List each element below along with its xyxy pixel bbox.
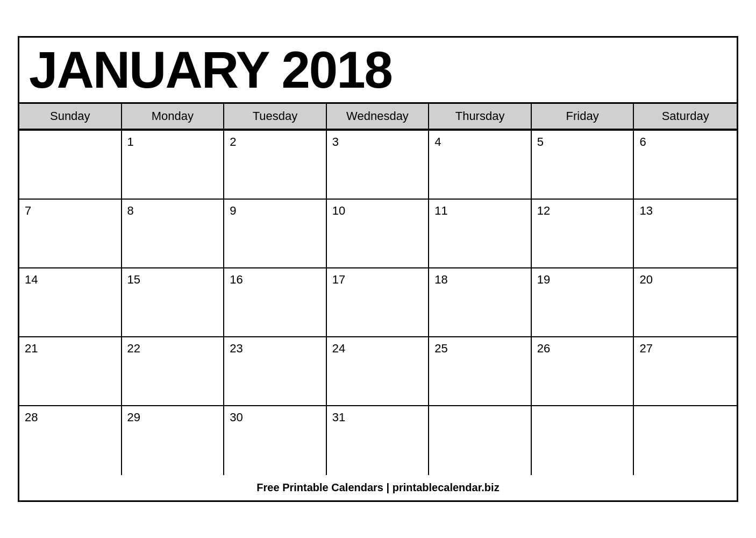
day-number: 1: [127, 135, 218, 149]
day-number: 10: [332, 204, 423, 218]
day-number: 20: [639, 273, 731, 287]
day-cell: 13: [634, 200, 737, 268]
day-number: 24: [332, 342, 423, 356]
day-cell: 9: [224, 200, 327, 268]
day-cell: [19, 131, 122, 200]
day-cell: 18: [429, 268, 532, 337]
day-number: 26: [537, 342, 628, 356]
day-cell: 23: [224, 337, 327, 406]
day-number: 9: [230, 204, 320, 218]
day-cell: 24: [327, 337, 430, 406]
day-number: 31: [332, 410, 423, 424]
day-cell: 8: [122, 200, 225, 268]
day-cell: 29: [122, 406, 225, 475]
day-number: 15: [127, 273, 218, 287]
day-cell: 5: [532, 131, 634, 200]
day-number: 30: [230, 410, 320, 424]
day-cell: 26: [532, 337, 634, 406]
day-cell: 1: [122, 131, 225, 200]
day-cell: 31: [327, 406, 430, 475]
day-cell: 21: [19, 337, 122, 406]
day-cell: 25: [429, 337, 532, 406]
day-number: 28: [25, 410, 116, 424]
day-cell: 17: [327, 268, 430, 337]
day-number: 19: [537, 273, 628, 287]
day-cell: 15: [122, 268, 225, 337]
day-number: 6: [639, 135, 731, 149]
day-cell: 16: [224, 268, 327, 337]
day-number: 29: [127, 410, 218, 424]
day-header-friday: Friday: [532, 104, 634, 130]
day-cell: 28: [19, 406, 122, 475]
day-headers: SundayMondayTuesdayWednesdayThursdayFrid…: [19, 104, 737, 131]
day-cell: 14: [19, 268, 122, 337]
day-header-thursday: Thursday: [429, 104, 532, 130]
calendar-title-section: JANUARY 2018: [19, 38, 737, 104]
day-number: 22: [127, 342, 218, 356]
day-cell: 7: [19, 200, 122, 268]
day-header-tuesday: Tuesday: [224, 104, 327, 130]
day-cell: [634, 406, 737, 475]
day-number: 12: [537, 204, 628, 218]
day-number: 14: [25, 273, 116, 287]
day-number: 27: [639, 342, 731, 356]
calendar-container: JANUARY 2018 SundayMondayTuesdayWednesda…: [18, 36, 738, 502]
day-cell: 10: [327, 200, 430, 268]
day-number: 4: [434, 135, 525, 149]
day-cell: [532, 406, 634, 475]
day-cell: 22: [122, 337, 225, 406]
calendar-body: 1234567891011121314151617181920212223242…: [19, 131, 737, 475]
day-number: 5: [537, 135, 628, 149]
day-header-monday: Monday: [122, 104, 225, 130]
day-number: 3: [332, 135, 423, 149]
calendar-title: JANUARY 2018: [29, 43, 727, 97]
calendar-footer: Free Printable Calendars | printablecale…: [19, 475, 737, 500]
day-cell: 12: [532, 200, 634, 268]
day-header-saturday: Saturday: [634, 104, 737, 130]
day-cell: [429, 406, 532, 475]
day-number: 16: [230, 273, 320, 287]
day-cell: 30: [224, 406, 327, 475]
day-cell: 4: [429, 131, 532, 200]
day-cell: 20: [634, 268, 737, 337]
day-cell: 6: [634, 131, 737, 200]
day-cell: 3: [327, 131, 430, 200]
day-cell: 2: [224, 131, 327, 200]
day-number: 21: [25, 342, 116, 356]
day-number: 11: [434, 204, 525, 218]
day-number: 17: [332, 273, 423, 287]
day-number: 7: [25, 204, 116, 218]
day-cell: 19: [532, 268, 634, 337]
day-header-wednesday: Wednesday: [327, 104, 430, 130]
day-number: 18: [434, 273, 525, 287]
day-number: 2: [230, 135, 320, 149]
day-number: 25: [434, 342, 525, 356]
day-cell: 27: [634, 337, 737, 406]
day-number: 23: [230, 342, 320, 356]
day-number: 8: [127, 204, 218, 218]
day-header-sunday: Sunday: [19, 104, 122, 130]
day-number: 13: [639, 204, 731, 218]
day-cell: 11: [429, 200, 532, 268]
